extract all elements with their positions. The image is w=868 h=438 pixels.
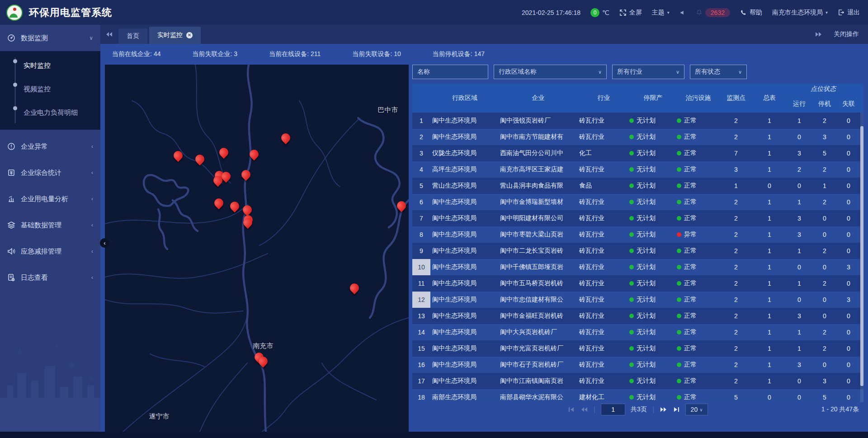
tabs-scroll-left-button[interactable]: [100, 25, 118, 44]
chevron-down-icon: ∨: [598, 69, 602, 75]
status-dot-icon: [677, 151, 681, 155]
tab-realtime-monitoring[interactable]: 实时监控 ✕: [149, 27, 201, 44]
sidebar-item-enterprise-abnormal[interactable]: 企业异常 ‹: [0, 133, 100, 160]
next-page-button[interactable]: [660, 406, 667, 413]
help-button[interactable]: 帮助: [740, 9, 762, 17]
page-number-input[interactable]: 1: [601, 404, 625, 415]
app-logo-icon: [6, 5, 23, 21]
cell-industry: 砖瓦行业: [577, 133, 629, 141]
table-row[interactable]: 2阆中生态环境局阆中市南方节能建材有砖瓦行业无计划正常21030: [412, 129, 863, 145]
cell-running: 0: [787, 133, 812, 141]
cell-region: 南部生态环境局: [430, 393, 498, 401]
table-row[interactable]: 18南部生态环境局南部县砌华水泥有限公建材化工无计划正常50050: [412, 389, 863, 402]
tabs-scroll-right-button[interactable]: [815, 25, 822, 44]
status-select[interactable]: 所有状态∨: [690, 65, 747, 79]
sidebar-item-power-load-detail[interactable]: 企业电力负荷明细: [0, 101, 100, 124]
table-row[interactable]: 10阆中生态环境局阆中千佛镇五郎垭页岩砖瓦行业无计划正常21003: [412, 259, 863, 275]
cell-industry: 砖瓦行业: [577, 377, 629, 385]
sidebar-item-base-data[interactable]: 基础数据管理 ‹: [0, 212, 100, 238]
table-row[interactable]: 15阆中生态环境局阆中市光富页岩机砖厂砖瓦行业无计划正常21120: [412, 340, 863, 357]
table-scrollbar[interactable]: [860, 113, 863, 402]
theme-dropdown[interactable]: 主题▾: [652, 9, 670, 17]
fullscreen-button[interactable]: 全屏: [619, 9, 642, 17]
cell-stopped: 2: [812, 198, 837, 206]
status-dot-icon: [629, 167, 634, 172]
status-dot-icon: [677, 330, 681, 334]
cell-lost: 0: [837, 377, 860, 385]
scrollbar-thumb[interactable]: [860, 126, 863, 386]
stats-bar: 当前在线企业:44 当前失联企业:3 当前在线设备:211 当前失联设备:10 …: [100, 44, 868, 65]
sidebar-collapse-button[interactable]: ‹: [100, 238, 109, 248]
log-file-icon: [7, 273, 15, 282]
cell-total-meters: 1: [752, 133, 787, 141]
cell-running: 0: [787, 296, 812, 303]
cell-stopped: 3: [812, 133, 837, 141]
cell-stopped: 2: [812, 329, 837, 336]
notification-count-badge: 2632: [705, 8, 730, 17]
table-row[interactable]: 1阆中生态环境局阆中强锐页岩砖厂砖瓦行业无计划正常21120: [412, 113, 863, 129]
cell-region: 仪陇生态环境局: [430, 149, 498, 157]
cell-facility-status: 正常: [677, 328, 720, 336]
sidebar-item-log-view[interactable]: 日志查看 ‹: [0, 264, 100, 291]
table-row[interactable]: 16阆中生态环境局阆中市石子页岩机砖厂砖瓦行业无计划正常21300: [412, 357, 863, 373]
tab-close-icon[interactable]: ✕: [186, 32, 193, 38]
cell-stop-status: 无计划: [629, 247, 677, 255]
bullet-dot-icon: [13, 59, 17, 63]
table-row[interactable]: 8阆中生态环境局阆中市枣碧大梁山页岩砖瓦行业无计划异常21300: [412, 226, 863, 243]
notifications[interactable]: 2632: [696, 8, 730, 17]
previous-page-button[interactable]: [580, 406, 588, 413]
table-row[interactable]: 3仪陇生态环境局西南油气田分公司川中化工无计划正常71350: [412, 145, 863, 161]
sidebar-item-enterprise-statistics[interactable]: 企业综合统计 ‹: [0, 160, 100, 186]
cell-monitor-points: 2: [720, 247, 752, 254]
page-size-select[interactable]: 20∨: [685, 404, 708, 415]
cell-stopped: 3: [812, 377, 837, 385]
org-dropdown[interactable]: 南充市生态环境局▾: [772, 9, 828, 17]
cell-region: 阆中生态环境局: [430, 133, 498, 141]
cell-stopped: 2: [812, 280, 837, 287]
table-row[interactable]: 13阆中生态环境局阆中市金福旺页岩机砖砖瓦行业无计划正常21300: [412, 308, 863, 324]
cell-lost: 0: [837, 329, 860, 336]
cell-lost: 0: [837, 345, 860, 352]
region-select[interactable]: 行政区域名称∨: [494, 65, 607, 79]
last-page-button[interactable]: [673, 406, 680, 413]
cell-enterprise: 南部县砌华水泥有限公: [498, 393, 577, 401]
table-row[interactable]: 12阆中生态环境局阆中市忠信建材有限公砖瓦行业无计划正常21003: [412, 292, 863, 308]
first-page-button[interactable]: [568, 406, 575, 413]
cell-total-meters: 1: [752, 215, 787, 222]
cell-total-meters: 1: [752, 264, 787, 271]
table-row[interactable]: 6阆中生态环境局阆中市金博瑞新型墙材砖瓦行业无计划正常21120: [412, 194, 863, 210]
table-row[interactable]: 14阆中生态环境局阆中大兴页岩机砖厂砖瓦行业无计划正常21120: [412, 324, 863, 340]
cell-stop-status: 无计划: [629, 361, 677, 369]
cell-running: 2: [787, 166, 812, 173]
industry-select[interactable]: 所有行业∨: [612, 65, 684, 79]
cell-running: 1: [787, 280, 812, 287]
col-enterprise: 企业: [498, 94, 577, 102]
table-row[interactable]: 9阆中生态环境局阆中市二龙长宝页岩砖砖瓦行业无计划正常21120: [412, 243, 863, 259]
table-row[interactable]: 4高坪生态环境局南充市高坪区王家店建砖瓦行业无计划正常31220: [412, 161, 863, 178]
table-row[interactable]: 5营山生态环境局营山县润丰肉食品有限食品无计划正常10010: [412, 178, 863, 194]
cell-region: 阆中生态环境局: [430, 198, 498, 206]
sound-button[interactable]: [679, 9, 686, 16]
cell-running: 0: [787, 264, 812, 271]
temperature-unit: ℃: [602, 9, 609, 16]
map-panel[interactable]: 巴中市南充市遂宁市: [105, 65, 409, 432]
bullet-dot-icon: [13, 106, 17, 110]
logout-button[interactable]: 退出: [838, 9, 860, 17]
tab-home[interactable]: 首页: [118, 28, 147, 44]
table-row[interactable]: 17阆中生态环境局阆中市江南镇阆南页岩砖瓦行业无计划正常21030: [412, 373, 863, 389]
sidebar-item-emergency-reduction[interactable]: 应急减排管理 ‹: [0, 238, 100, 264]
name-search-input[interactable]: 名称: [412, 65, 488, 79]
alert-circle-icon: [7, 142, 15, 151]
sidebar-item-realtime-monitoring[interactable]: 实时监控: [0, 54, 100, 77]
stat-online-devices: 当前在线设备:211: [269, 50, 321, 58]
cell-industry: 建材化工: [577, 393, 629, 401]
table-row[interactable]: 7阆中生态环境局阆中明阳建材有限公司砖瓦行业无计划正常21300: [412, 210, 863, 226]
sidebar-item-video-monitoring[interactable]: 视频监控: [0, 77, 100, 101]
cell-lost: 0: [837, 133, 860, 141]
table-row[interactable]: 11阆中生态环境局阆中市五马桥页岩机砖砖瓦行业无计划正常21120: [412, 275, 863, 292]
sidebar-item-data-monitoring[interactable]: 数据监测 ∨: [0, 25, 100, 51]
sidebar-item-electricity-analysis[interactable]: 企业用电量分析 ‹: [0, 186, 100, 212]
status-dot-icon: [629, 281, 634, 286]
status-dot-icon: [629, 151, 634, 155]
close-operations-button[interactable]: 关闭操作: [834, 30, 859, 38]
